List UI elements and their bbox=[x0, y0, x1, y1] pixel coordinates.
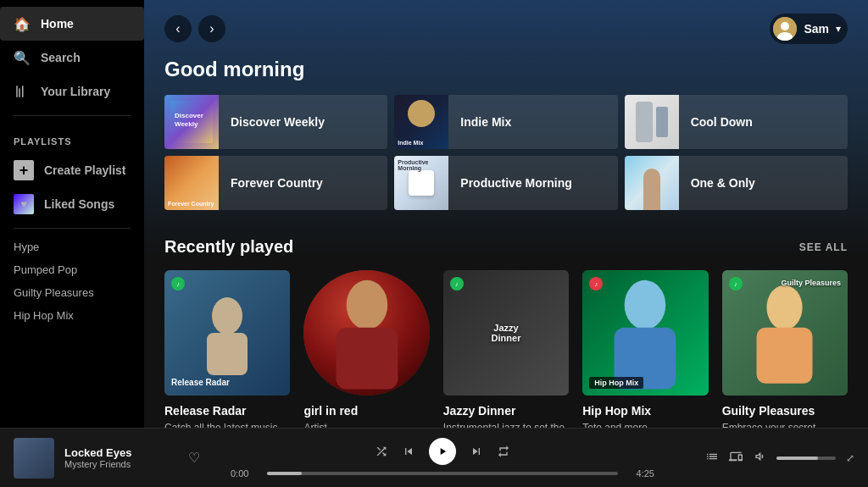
girl-in-red-image bbox=[303, 270, 429, 396]
see-all-button[interactable]: SEE ALL bbox=[799, 241, 848, 253]
release-radar-subtitle: Catch all the latest music from artists … bbox=[164, 421, 290, 428]
progress-bar[interactable] bbox=[267, 472, 618, 475]
forward-button[interactable]: › bbox=[198, 15, 225, 42]
sidebar-item-search-label: Search bbox=[41, 51, 81, 64]
track-text: Locked Eyes Mystery Friends bbox=[64, 446, 178, 469]
volume-button[interactable] bbox=[753, 450, 766, 466]
total-time: 4:25 bbox=[625, 468, 654, 479]
cool-down-label: Cool Down bbox=[679, 115, 765, 129]
shuffle-button[interactable] bbox=[375, 445, 388, 458]
playback-controls: 0:00 4:25 bbox=[214, 438, 671, 479]
playlist-item-hype[interactable]: Hype bbox=[0, 235, 144, 258]
hip-hop-mix-image: ♪ Hip Hop Mix bbox=[582, 270, 708, 396]
card-hip-hop-mix[interactable]: ♪ Hip Hop Mix Hip Hop Mix Teto and more bbox=[582, 270, 708, 428]
discover-weekly-label: Discover Weekly bbox=[219, 115, 337, 129]
jazzy-dinner-title: Jazzy Dinner bbox=[443, 404, 569, 418]
nav-buttons: ‹ › bbox=[164, 15, 225, 42]
discover-weekly-thumb: Discover Weekly bbox=[164, 95, 219, 149]
volume-slider[interactable] bbox=[776, 457, 836, 460]
svg-text:Weekly: Weekly bbox=[175, 120, 198, 128]
extra-controls: ⤢ bbox=[685, 450, 854, 466]
quick-play-grid: Discover Weekly Discover Weekly Indie Mi… bbox=[164, 95, 848, 210]
main-body: Good morning bbox=[144, 58, 868, 428]
user-menu[interactable]: Sam ▾ bbox=[770, 14, 848, 44]
heart-button[interactable]: ♡ bbox=[188, 450, 200, 466]
playlist-item-pumped-pop[interactable]: Pumped Pop bbox=[0, 258, 144, 281]
release-radar-image: ♪ Release Radar bbox=[164, 270, 290, 396]
indie-mix-label: Indie Mix bbox=[448, 115, 523, 129]
liked-songs-label: Liked Songs bbox=[44, 197, 114, 211]
recently-played-cards: ♪ Release Radar Re bbox=[164, 270, 848, 428]
one-and-only-label: One & Only bbox=[679, 176, 767, 190]
guilty-pleasures-subtitle: Embrace your secret favorites. bbox=[722, 421, 848, 428]
back-button[interactable]: ‹ bbox=[164, 15, 192, 42]
productive-morning-thumb: ProductiveMorning bbox=[394, 156, 448, 210]
svg-rect-10 bbox=[207, 333, 248, 375]
track-info: Locked Eyes Mystery Friends ♡ bbox=[14, 438, 200, 479]
quick-item-forever-country[interactable]: Forever Country Forever Country bbox=[164, 156, 387, 210]
now-playing-bar: Locked Eyes Mystery Friends ♡ bbox=[0, 428, 868, 487]
sidebar-item-library[interactable]: Your Library bbox=[0, 75, 144, 108]
home-icon: 🏠 bbox=[14, 15, 31, 32]
svg-point-4 bbox=[781, 22, 789, 30]
svg-rect-2 bbox=[22, 86, 24, 97]
svg-rect-12 bbox=[336, 328, 398, 390]
sidebar-divider-2 bbox=[14, 228, 131, 229]
library-icon bbox=[14, 83, 31, 100]
liked-songs-button[interactable]: ♥ Liked Songs bbox=[0, 187, 144, 221]
playlist-item-guilty-pleasures[interactable]: Guilty Pleasures bbox=[0, 281, 144, 304]
liked-songs-icon: ♥ bbox=[14, 194, 34, 214]
productive-morning-label: Productive Morning bbox=[448, 176, 583, 190]
svg-point-15 bbox=[767, 285, 803, 329]
girl-in-red-title: girl in red bbox=[303, 404, 429, 418]
queue-button[interactable] bbox=[705, 450, 719, 466]
playlist-item-hip-hop-mix[interactable]: Hip Hop Mix bbox=[0, 304, 144, 327]
svg-point-9 bbox=[212, 297, 242, 335]
repeat-button[interactable] bbox=[497, 445, 510, 458]
quick-item-one-and-only[interactable]: One & Only bbox=[625, 156, 848, 210]
hip-hop-mix-title: Hip Hop Mix bbox=[582, 404, 708, 418]
svg-rect-0 bbox=[16, 86, 18, 97]
jazzy-dinner-subtitle: Instrumental jazz to set the mood for a … bbox=[443, 421, 569, 428]
card-guilty-pleasures[interactable]: ♪ Guilty Pleasures Guilty Pleasures Embr… bbox=[722, 270, 848, 428]
recently-played-header: Recently played SEE ALL bbox=[164, 237, 848, 257]
guilty-pleasures-title: Guilty Pleasures bbox=[722, 404, 848, 418]
user-menu-chevron: ▾ bbox=[836, 23, 841, 35]
card-release-radar[interactable]: ♪ Release Radar Re bbox=[164, 270, 290, 428]
hip-hop-mix-subtitle: Teto and more bbox=[582, 421, 708, 428]
quick-item-productive-morning[interactable]: ProductiveMorning Productive Morning bbox=[394, 156, 617, 210]
album-art bbox=[14, 438, 54, 479]
svg-point-13 bbox=[625, 280, 666, 329]
sidebar-item-home[interactable]: 🏠 Home bbox=[0, 7, 144, 41]
create-playlist-button[interactable]: + Create Playlist bbox=[0, 153, 144, 187]
page-greeting: Good morning bbox=[164, 58, 848, 81]
avatar bbox=[773, 17, 797, 41]
sidebar-item-search[interactable]: 🔍 Search bbox=[0, 41, 144, 75]
girl-in-red-subtitle: Artist bbox=[303, 421, 429, 428]
forever-country-thumb: Forever Country bbox=[164, 156, 219, 210]
quick-item-discover-weekly[interactable]: Discover Weekly Discover Weekly bbox=[164, 95, 387, 149]
forever-country-label: Forever Country bbox=[219, 176, 335, 190]
progress-fill bbox=[267, 472, 302, 475]
artist-name: Mystery Friends bbox=[64, 459, 178, 469]
quick-item-indie-mix[interactable]: Indie Mix Indie Mix bbox=[394, 95, 617, 149]
next-button[interactable] bbox=[470, 445, 483, 458]
devices-button[interactable] bbox=[729, 450, 743, 466]
guilty-pleasures-image: ♪ Guilty Pleasures bbox=[722, 270, 848, 396]
control-buttons bbox=[375, 438, 510, 465]
svg-rect-16 bbox=[757, 328, 813, 384]
card-jazzy-dinner[interactable]: ♪ JazzyDinner Jazzy Dinner Instrumental … bbox=[443, 270, 569, 428]
sidebar-item-library-label: Your Library bbox=[41, 85, 110, 98]
play-pause-button[interactable] bbox=[429, 438, 456, 465]
fullscreen-button[interactable]: ⤢ bbox=[846, 452, 854, 464]
progress-bar-container: 0:00 4:25 bbox=[231, 468, 654, 479]
user-name: Sam bbox=[804, 22, 829, 36]
quick-item-cool-down[interactable]: Cool Down bbox=[625, 95, 848, 149]
track-name: Locked Eyes bbox=[64, 446, 178, 459]
main-content: ‹ › Sam ▾ Good morning bbox=[144, 0, 868, 428]
previous-button[interactable] bbox=[402, 445, 415, 458]
svg-text:Discover: Discover bbox=[175, 112, 203, 119]
card-girl-in-red[interactable]: girl in red Artist bbox=[303, 270, 429, 428]
sidebar-item-home-label: Home bbox=[41, 17, 74, 30]
jazzy-dinner-image: ♪ JazzyDinner bbox=[443, 270, 569, 396]
